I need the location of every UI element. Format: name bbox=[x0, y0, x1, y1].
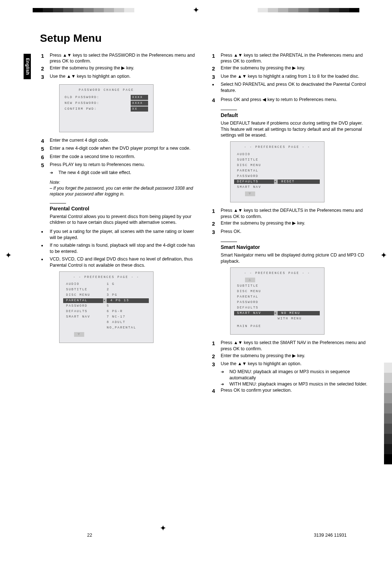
osd-left: AUDIO bbox=[230, 152, 274, 157]
step: 2Enter the submenu by pressing the ▶ key… bbox=[41, 65, 197, 72]
osd-title: PASSWORD CHANGE PAGE bbox=[65, 88, 148, 94]
password-change-osd: PASSWORD CHANGE PAGE OLD PASSWORD:XXXXNE… bbox=[59, 84, 154, 132]
registration-cross-right-icon: ✦ bbox=[380, 251, 388, 259]
step: 2Enter the submenu by pressing the ▶ key… bbox=[212, 220, 368, 227]
osd-right: WITH MENU bbox=[274, 316, 324, 321]
osd-row: PASSWORD5 bbox=[60, 303, 153, 309]
step-number: 5 bbox=[41, 162, 50, 169]
bullet: If you set a rating for the player, all … bbox=[41, 229, 197, 241]
step: 5Enter a new 4-digit code when the DVD p… bbox=[41, 145, 197, 153]
osd-left: SUBTITLE bbox=[60, 287, 103, 292]
osd-left: PASSWORD bbox=[230, 174, 274, 178]
note-label: Note: bbox=[50, 179, 197, 185]
osd-row: AUDIO1 G bbox=[60, 282, 153, 287]
default-intro: Use DEFAULT feature if problems occur du… bbox=[221, 120, 368, 139]
osd-caret-icon: ▸ bbox=[274, 179, 278, 184]
gray-strip-right bbox=[258, 8, 359, 12]
step-text: Press OK. bbox=[221, 229, 368, 236]
osd-row: DISC MENU bbox=[230, 163, 324, 168]
step-text: Use the ▲▼ keys to highlight an option. bbox=[221, 361, 368, 368]
osd-left: DEFAULTS bbox=[230, 306, 274, 310]
step-number: 2 bbox=[212, 65, 221, 72]
parental-bullets: If you set a rating for the player, all … bbox=[41, 229, 197, 268]
osd-value: XX bbox=[131, 106, 148, 112]
osd-caret-icon: ▸ bbox=[103, 298, 107, 303]
step-number: 1 bbox=[212, 207, 221, 220]
step: 6Enter the code a second time to reconfi… bbox=[41, 154, 197, 161]
osd-row: DISC MENU bbox=[230, 288, 324, 294]
osd-left: SUBTITLE bbox=[230, 158, 274, 162]
bullet-text: Select NO PARENTAL and press OK to deact… bbox=[221, 81, 368, 94]
osd-row: PASSWORD bbox=[230, 174, 324, 179]
step: 3Use the ▲▼ keys to highlight an option. bbox=[212, 361, 368, 368]
step-text: Enter the submenu by pressing the ▶ key. bbox=[221, 220, 368, 227]
option-line: WITH MENU: playback images or MP3 musics… bbox=[221, 381, 368, 387]
registration-cross-icon: ✦ bbox=[193, 8, 199, 12]
note-text: – If you forget the password, you can en… bbox=[50, 185, 197, 197]
option-line: NO MENU: playback all images or MP3 musi… bbox=[221, 369, 368, 381]
osd-row: PASSWORD bbox=[230, 299, 324, 305]
page-content: Setup Menu English 1Press ▲▼ keys to sel… bbox=[24, 31, 368, 526]
step-number: 1 bbox=[212, 52, 221, 65]
step-text: Press ▲▼ keys to select the PASSWORD in … bbox=[50, 52, 197, 65]
osd-row: DEFAULTS6 PG-R bbox=[60, 309, 153, 314]
osd-row: CONFIRM PWD:XX bbox=[65, 106, 148, 112]
osd-right: 8 ADULT bbox=[103, 320, 153, 324]
step-text: Enter the submenu by pressing the ▶ key. bbox=[221, 65, 368, 72]
step-number: 3 bbox=[212, 361, 221, 368]
smartnav-step-4: 4Press OK to confirm your selection. bbox=[212, 387, 368, 395]
osd-row: OLD PASSWORD:XXXX bbox=[65, 94, 148, 100]
step-number: 3 bbox=[41, 73, 50, 81]
osd-left: DEFAULTS bbox=[234, 179, 274, 184]
page-number: 22 bbox=[87, 532, 92, 538]
step-number: 3 bbox=[212, 229, 221, 236]
osd-label: OLD PASSWORD: bbox=[65, 95, 99, 100]
bullet-text: If no suitable ratings is found, playbac… bbox=[50, 242, 197, 255]
osd-row: PARENTAL bbox=[230, 294, 324, 299]
osd-left: PARENTAL bbox=[63, 298, 103, 303]
osd-row: DEFAULTS bbox=[230, 305, 324, 310]
osd-right: 1 G bbox=[103, 282, 153, 286]
step-text: Press PLAY key to return to Preferences … bbox=[50, 162, 197, 169]
bullet-text: VCD, SVCD, CD and illegal DVD discs have… bbox=[50, 256, 197, 269]
osd-main-page: MAIN PAGE bbox=[230, 324, 324, 328]
color-bar bbox=[384, 352, 392, 464]
step-number: 3 bbox=[212, 73, 221, 81]
step-text: Enter a new 4-digit code when the DVD pl… bbox=[50, 145, 197, 153]
osd-left: PARENTAL bbox=[230, 295, 274, 299]
parental-heading: Parental Control bbox=[50, 203, 197, 212]
parental-step-4: 4Press OK and press ◀ key to return to P… bbox=[212, 97, 368, 104]
step-text: Press ▲▼ keys to select the SMART NAV in… bbox=[221, 340, 368, 352]
language-tab: English bbox=[24, 54, 31, 79]
step-number: 5 bbox=[41, 145, 50, 153]
osd-right: 5 bbox=[103, 304, 153, 308]
osd-row: 8 ADULT bbox=[60, 320, 153, 325]
osd-row: NEW PASSWORD:XXXX bbox=[65, 100, 148, 106]
osd-row: SMART NAV bbox=[230, 185, 324, 190]
parental-intro: Parental Control allows you to prevent d… bbox=[50, 214, 197, 226]
osd-row: SMART NAV7 NC-17 bbox=[60, 314, 153, 320]
osd-row: SUBTITLE2 bbox=[60, 287, 153, 292]
osd-row: SUBTITLE bbox=[230, 157, 324, 163]
step-text: Use the ▲▼ keys to highlight an option. bbox=[50, 73, 197, 81]
step: 4Enter the current 4 digit code. bbox=[41, 137, 197, 145]
osd-left: PASSWORD bbox=[230, 300, 274, 304]
osd-row: AUDIO bbox=[230, 152, 324, 157]
osd-left: SMART NAV bbox=[234, 311, 274, 315]
gray-strip-left bbox=[33, 8, 134, 12]
osd-right: 7 NC-17 bbox=[103, 315, 153, 319]
step-number: 2 bbox=[41, 65, 50, 72]
osd-left: SMART NAV bbox=[230, 185, 274, 189]
step: 1Press ▲▼ keys to select the SMART NAV i… bbox=[212, 340, 368, 352]
osd-right: 6 PG-R bbox=[103, 309, 153, 314]
osd-row: DEFAULTS▸RESET bbox=[230, 179, 324, 185]
smart-intro: Smart Navigator menu will be displayed d… bbox=[221, 252, 368, 265]
osd-row: WITH MENU bbox=[230, 316, 324, 321]
osd-row: PARENTAL bbox=[230, 168, 324, 174]
osd-right: NO_PARENTAL bbox=[103, 326, 153, 330]
smartnav-options: NO MENU: playback all images or MP3 musi… bbox=[221, 369, 368, 387]
bullet: VCD, SVCD, CD and illegal DVD discs have… bbox=[41, 256, 197, 269]
osd-row: SMART NAV▸NO MENU bbox=[230, 310, 324, 316]
password-result: The new 4 digit code will take effect. bbox=[50, 170, 197, 176]
smart-heading: Smart Navigator bbox=[221, 242, 368, 251]
